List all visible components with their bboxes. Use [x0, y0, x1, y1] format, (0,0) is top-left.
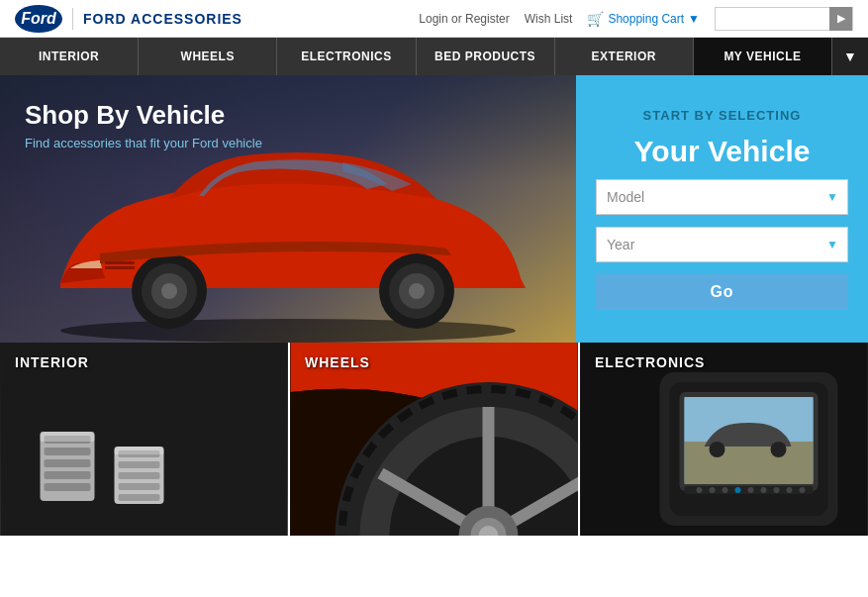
search-input[interactable] [716, 10, 829, 28]
nav-more-icon: ▼ [843, 49, 857, 64]
svg-rect-25 [41, 432, 95, 442]
model-select-wrapper: Model [596, 179, 848, 215]
nav-item-exterior[interactable]: EXTERIOR [555, 38, 694, 75]
search-icon: ▶ [837, 12, 845, 25]
model-select[interactable]: Model [596, 179, 848, 215]
cart-label: Shopping Cart [608, 12, 684, 26]
brand-accent: ACCESSORIES [131, 11, 242, 27]
svg-rect-18 [45, 483, 91, 491]
vehicle-selector-panel: START BY SELECTING Your Vehicle Model Ye… [576, 75, 868, 343]
go-button[interactable]: Go [596, 274, 848, 310]
header-divider [72, 8, 73, 30]
ford-logo-text: Ford [21, 10, 56, 28]
svg-point-57 [774, 487, 780, 493]
start-label: START BY SELECTING [643, 108, 802, 123]
interior-bg-svg [0, 343, 288, 536]
svg-rect-47 [685, 442, 814, 484]
header-links: Login or Register Wish List 🛒 Shopping C… [419, 7, 853, 31]
svg-rect-22 [119, 472, 160, 479]
nav-item-interior[interactable]: INTERIOR [0, 38, 139, 75]
your-vehicle-heading: Your Vehicle [634, 135, 811, 167]
svg-point-52 [710, 487, 716, 493]
svg-rect-23 [119, 483, 160, 490]
svg-rect-15 [45, 448, 91, 455]
electronics-bg-svg [580, 343, 868, 536]
nav-item-wheels[interactable]: WHEELS [139, 38, 277, 75]
svg-point-4 [161, 283, 177, 299]
wishlist-link[interactable]: Wish List [525, 12, 573, 26]
login-link[interactable]: Login or Register [419, 12, 509, 26]
svg-rect-16 [45, 459, 91, 467]
nav-item-bed-products[interactable]: BED PRODUCTS [417, 38, 555, 75]
svg-point-53 [723, 487, 728, 493]
site-header: Ford FORD ACCESSORIES Login or Register … [0, 0, 868, 38]
year-select[interactable]: Year [596, 227, 848, 262]
category-wheels-label: WHEELS [305, 354, 370, 370]
category-interior-label: INTERIOR [15, 354, 89, 370]
search-button[interactable]: ▶ [829, 7, 852, 31]
svg-rect-21 [119, 461, 160, 468]
svg-point-51 [697, 487, 703, 493]
svg-point-8 [409, 283, 425, 299]
search-box[interactable]: ▶ [715, 7, 853, 31]
svg-rect-17 [45, 471, 91, 479]
main-nav: INTERIOR WHEELS ELECTRONICS BED PRODUCTS… [0, 38, 868, 75]
svg-point-49 [771, 442, 787, 457]
svg-rect-24 [119, 494, 160, 501]
hero-title: Shop By Vehicle [25, 100, 262, 131]
svg-point-58 [787, 487, 793, 493]
year-select-wrapper: Year [596, 227, 848, 262]
svg-rect-26 [115, 447, 164, 454]
nav-item-my-vehicle[interactable]: MY VEHICLE [694, 38, 832, 75]
svg-rect-9 [105, 261, 135, 264]
category-interior[interactable]: INTERIOR [0, 343, 288, 536]
svg-point-0 [60, 319, 516, 343]
category-electronics-label: ELECTRONICS [595, 354, 705, 370]
brand-prefix: FORD [83, 11, 131, 27]
cart-icon: 🛒 [587, 11, 604, 27]
svg-point-48 [710, 442, 725, 457]
svg-point-54 [735, 487, 741, 493]
category-electronics[interactable]: ELECTRONICS [578, 343, 868, 536]
category-wheels[interactable]: WHEELS [288, 343, 578, 536]
hero-section: Shop By Vehicle Find accessories that fi… [0, 75, 868, 343]
cart-button[interactable]: 🛒 Shopping Cart ▼ [587, 11, 700, 27]
car-svg [0, 125, 576, 343]
nav-more-button[interactable]: ▼ [832, 38, 868, 75]
nav-item-electronics[interactable]: ELECTRONICS [277, 38, 416, 75]
svg-point-56 [761, 487, 767, 493]
hero-image: Shop By Vehicle Find accessories that fi… [0, 75, 576, 343]
svg-point-59 [800, 487, 806, 493]
svg-point-55 [748, 487, 754, 493]
hero-text: Shop By Vehicle Find accessories that fi… [25, 100, 262, 150]
brand-name: FORD ACCESSORIES [83, 11, 242, 27]
cart-chevron: ▼ [688, 12, 700, 26]
svg-rect-10 [105, 266, 135, 269]
hero-subtitle: Find accessories that fit your Ford vehi… [25, 136, 262, 150]
wheels-bg-svg [290, 343, 578, 536]
ford-logo[interactable]: Ford [15, 5, 62, 33]
category-grid: INTERIOR WHEELS [0, 343, 868, 536]
